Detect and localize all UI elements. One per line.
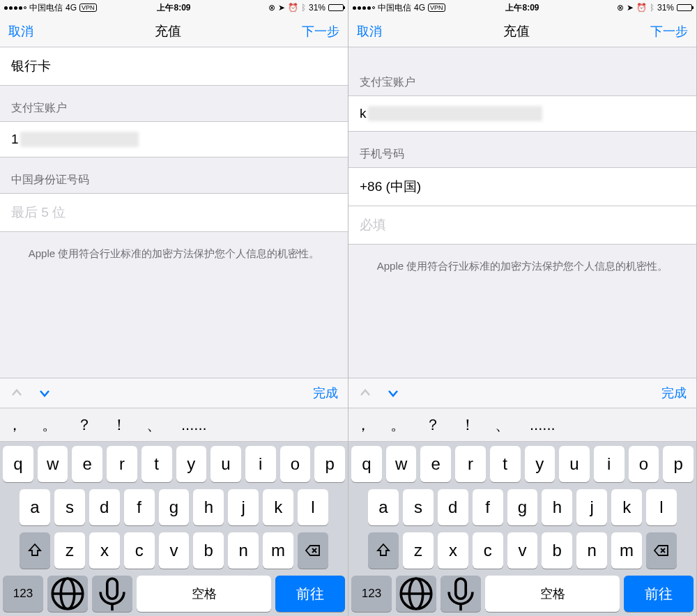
key-g[interactable]: g — [159, 489, 190, 525]
key-r[interactable]: r — [455, 446, 486, 482]
candidate-item[interactable]: ...... — [181, 416, 207, 434]
globe-key[interactable] — [396, 576, 436, 612]
key-a[interactable]: a — [368, 489, 399, 525]
key-x[interactable]: x — [438, 532, 468, 569]
alipay-input[interactable]: k — [348, 96, 696, 132]
key-p[interactable]: p — [314, 446, 345, 482]
space-key[interactable]: 空格 — [137, 576, 271, 612]
key-e[interactable]: e — [72, 446, 102, 482]
key-z[interactable]: z — [54, 532, 85, 569]
key-k[interactable]: k — [263, 489, 293, 525]
key-w[interactable]: w — [38, 446, 68, 482]
next-button[interactable]: 下一步 — [650, 23, 688, 40]
key-j[interactable]: j — [228, 489, 259, 525]
key-s[interactable]: s — [54, 489, 85, 525]
candidate-item[interactable]: ， — [7, 415, 22, 436]
svg-rect-5 — [107, 578, 118, 599]
key-j[interactable]: j — [576, 489, 607, 525]
numbers-key[interactable]: 123 — [3, 576, 43, 612]
key-y[interactable]: y — [176, 446, 207, 482]
key-d[interactable]: d — [89, 489, 120, 525]
key-i[interactable]: i — [245, 446, 276, 482]
key-n[interactable]: n — [576, 532, 607, 569]
next-field-button[interactable] — [38, 386, 52, 400]
key-p[interactable]: p — [663, 446, 694, 482]
key-e[interactable]: e — [420, 446, 451, 482]
candidate-item[interactable]: ！ — [460, 415, 475, 436]
candidate-item[interactable]: 、 — [495, 415, 510, 436]
go-key[interactable]: 前往 — [275, 576, 345, 612]
key-y[interactable]: y — [525, 446, 556, 482]
prev-field-button[interactable] — [10, 386, 24, 400]
alipay-input[interactable]: 1 — [0, 122, 348, 157]
shift-key[interactable] — [368, 532, 399, 569]
globe-key[interactable] — [47, 576, 88, 612]
key-h[interactable]: h — [542, 489, 572, 525]
key-b[interactable]: b — [193, 532, 224, 569]
candidate-item[interactable]: ...... — [530, 416, 556, 434]
page-title: 充值 — [503, 22, 530, 40]
key-o[interactable]: o — [629, 446, 659, 482]
key-n[interactable]: n — [228, 532, 259, 569]
next-field-button[interactable] — [386, 386, 400, 400]
key-q[interactable]: q — [3, 446, 33, 482]
space-key[interactable]: 空格 — [485, 576, 620, 612]
key-v[interactable]: v — [159, 532, 190, 569]
country-code-row[interactable]: +86 (中国) — [348, 168, 696, 206]
cancel-button[interactable]: 取消 — [357, 23, 382, 40]
keyboard-done-button[interactable]: 完成 — [661, 385, 687, 401]
candidate-item[interactable]: 。 — [42, 415, 57, 436]
shift-key[interactable] — [20, 532, 50, 569]
bank-card-row[interactable]: 银行卡 — [0, 47, 348, 86]
key-q[interactable]: q — [351, 446, 382, 482]
candidate-item[interactable]: ！ — [112, 415, 127, 436]
key-d[interactable]: d — [438, 489, 468, 525]
key-z[interactable]: z — [403, 532, 434, 569]
key-t[interactable]: t — [490, 446, 521, 482]
key-f[interactable]: f — [473, 489, 503, 525]
key-u[interactable]: u — [210, 446, 241, 482]
key-a[interactable]: a — [20, 489, 50, 525]
alarm-icon: ⏰ — [636, 3, 647, 13]
backspace-key[interactable] — [298, 532, 328, 569]
cancel-button[interactable]: 取消 — [8, 23, 33, 40]
key-v[interactable]: v — [507, 532, 538, 569]
candidate-item[interactable]: ？ — [425, 415, 441, 436]
key-o[interactable]: o — [280, 446, 311, 482]
key-l[interactable]: l — [298, 489, 328, 525]
phone-input[interactable]: 必填 — [348, 206, 696, 245]
candidate-item[interactable]: 、 — [146, 415, 162, 436]
candidate-item[interactable]: 。 — [390, 415, 406, 436]
key-x[interactable]: x — [89, 532, 120, 569]
kb-row-3: z x c v b n m — [3, 532, 345, 569]
go-key[interactable]: 前往 — [624, 576, 694, 612]
key-b[interactable]: b — [542, 532, 572, 569]
key-k[interactable]: k — [611, 489, 642, 525]
key-g[interactable]: g — [507, 489, 538, 525]
key-h[interactable]: h — [193, 489, 224, 525]
key-i[interactable]: i — [594, 446, 625, 482]
key-c[interactable]: c — [473, 532, 503, 569]
key-m[interactable]: m — [263, 532, 293, 569]
mic-key[interactable] — [92, 576, 132, 612]
key-l[interactable]: l — [646, 489, 677, 525]
prev-field-button[interactable] — [358, 386, 372, 400]
key-w[interactable]: w — [386, 446, 417, 482]
key-u[interactable]: u — [559, 446, 590, 482]
candidate-item[interactable]: ？ — [77, 415, 92, 436]
numbers-key[interactable]: 123 — [351, 576, 392, 612]
key-m[interactable]: m — [611, 532, 642, 569]
form-scroll[interactable]: 银行卡 支付宝账户 1 中国身份证号码 最后 5 位 Apple 使用符合行业标… — [0, 47, 348, 378]
key-c[interactable]: c — [124, 532, 155, 569]
candidate-item[interactable]: ， — [355, 415, 371, 436]
key-f[interactable]: f — [124, 489, 155, 525]
keyboard-done-button[interactable]: 完成 — [313, 385, 338, 401]
next-button[interactable]: 下一步 — [302, 23, 339, 40]
id-last5-input[interactable]: 最后 5 位 — [0, 194, 348, 232]
backspace-key[interactable] — [646, 532, 677, 569]
mic-key[interactable] — [441, 576, 481, 612]
key-r[interactable]: r — [107, 446, 137, 482]
key-t[interactable]: t — [141, 446, 172, 482]
form-scroll[interactable]: 支付宝账户 k 手机号码 +86 (中国) 必填 Apple 使用符合行业标准的… — [348, 47, 696, 378]
key-s[interactable]: s — [403, 489, 434, 525]
